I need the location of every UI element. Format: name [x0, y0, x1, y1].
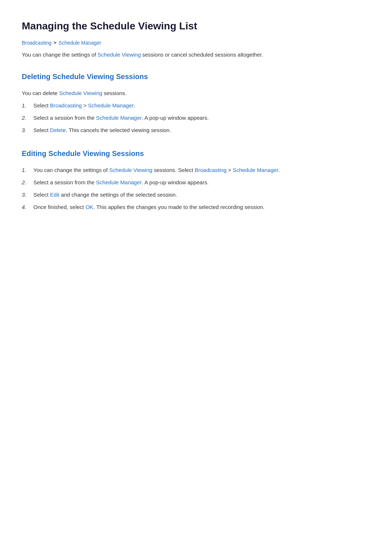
breadcrumb-separator: >	[54, 39, 57, 47]
step-content: Select a session from the Schedule Manag…	[33, 178, 370, 187]
intro-suffix: sessions or cancel scheduled sessions al…	[141, 52, 263, 58]
intro-text: You can change the settings of Schedule …	[22, 50, 370, 59]
step-number: 3.	[22, 190, 29, 199]
section-deleting-title: Deleting Schedule Viewing Sessions	[22, 71, 370, 84]
section-editing-title: Editing Schedule Viewing Sessions	[22, 148, 370, 161]
breadcrumb-broadcasting[interactable]: Broadcasting	[22, 39, 52, 47]
page-title: Managing the Schedule Viewing List	[22, 18, 370, 34]
deleting-intro-suffix: sessions.	[102, 90, 127, 96]
list-item: 3. Select Edit and change the settings o…	[22, 190, 370, 199]
step-number: 2.	[22, 114, 29, 122]
step-number: 2.	[22, 178, 29, 187]
editing-steps-list: 1. You can change the settings of Schedu…	[22, 166, 370, 212]
breadcrumb-schedule-manager[interactable]: Schedule Manager	[58, 39, 101, 47]
deleting-intro-highlight: Schedule Viewing	[59, 90, 102, 96]
section-deleting: Deleting Schedule Viewing Sessions You c…	[22, 71, 370, 135]
list-item: 4. Once finished, select OK. This applie…	[22, 203, 370, 212]
section-deleting-intro: You can delete Schedule Viewing sessions…	[22, 89, 370, 98]
list-item: 2. Select a session from the Schedule Ma…	[22, 114, 370, 122]
step-content: Select Edit and change the settings of t…	[33, 190, 370, 199]
breadcrumb: Broadcasting > Schedule Manager	[22, 39, 370, 47]
intro-prefix: You can change the settings of	[22, 52, 98, 58]
step-content: Select Delete. This cancels the selected…	[33, 126, 370, 135]
step-content: You can change the settings of Schedule …	[33, 166, 370, 175]
step-number: 1.	[22, 166, 29, 175]
step-number: 3.	[22, 126, 29, 135]
list-item: 2. Select a session from the Schedule Ma…	[22, 178, 370, 187]
step-number: 1.	[22, 101, 29, 110]
section-editing: Editing Schedule Viewing Sessions 1. You…	[22, 148, 370, 212]
step-content: Select a session from the Schedule Manag…	[33, 114, 370, 122]
list-item: 3. Select Delete. This cancels the selec…	[22, 126, 370, 135]
deleting-steps-list: 1. Select Broadcasting > Schedule Manage…	[22, 101, 370, 135]
list-item: 1. Select Broadcasting > Schedule Manage…	[22, 101, 370, 110]
step-content: Once finished, select OK. This applies t…	[33, 203, 370, 212]
list-item: 1. You can change the settings of Schedu…	[22, 166, 370, 175]
deleting-intro-prefix: You can delete	[22, 90, 59, 96]
step-content: Select Broadcasting > Schedule Manager.	[33, 101, 370, 110]
step-number: 4.	[22, 203, 29, 212]
intro-highlight: Schedule Viewing	[98, 52, 141, 58]
